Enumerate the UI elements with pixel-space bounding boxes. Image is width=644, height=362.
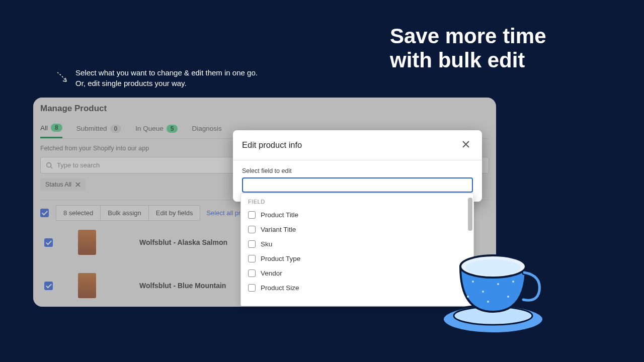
option-label: Vendor	[261, 269, 282, 277]
option-label: Sku	[261, 240, 272, 248]
edit-by-fields-button[interactable]: Edit by fields	[149, 205, 201, 221]
bulk-assign-button[interactable]: Bulk assign	[101, 205, 148, 221]
checkbox-icon	[248, 226, 256, 233]
tab-label: Submitted	[76, 125, 107, 132]
field-select-input[interactable]	[242, 177, 473, 193]
chip-label: Status All	[45, 181, 71, 188]
tab-in-queue[interactable]: In Queue 5	[135, 120, 178, 138]
field-option-product-title[interactable]: Product Title	[241, 208, 473, 222]
option-label: Product Title	[261, 211, 298, 219]
product-thumbnail	[78, 230, 96, 255]
svg-point-6	[472, 281, 474, 283]
close-icon[interactable]	[75, 182, 80, 187]
tab-label: In Queue	[135, 125, 164, 132]
tab-submitted[interactable]: Submitted 0	[76, 120, 121, 138]
callout-line-1: Select what you want to change & edit th…	[75, 67, 258, 78]
option-label: Variant Title	[261, 226, 296, 233]
search-icon	[46, 162, 53, 169]
field-group-header: FIELD	[241, 194, 473, 208]
search-placeholder: Type to search	[57, 161, 100, 169]
callout: Select what you want to change & edit th…	[55, 67, 258, 88]
svg-point-12	[512, 281, 514, 283]
svg-point-5	[465, 259, 521, 276]
page-title: Manage Product	[40, 104, 489, 114]
selected-count: 8 selected	[56, 205, 101, 221]
product-title: Wolfsblut - Blue Mountain	[139, 282, 226, 290]
svg-point-11	[467, 296, 469, 298]
svg-point-7	[482, 291, 484, 293]
tab-label: Diagnosis	[192, 125, 221, 132]
checkbox-icon	[248, 269, 256, 277]
checkbox-icon	[248, 211, 256, 219]
svg-point-10	[487, 301, 489, 303]
close-button[interactable]	[459, 138, 473, 152]
filter-chip-status[interactable]: Status All	[40, 178, 86, 191]
tab-label: All	[40, 124, 48, 132]
hero-headline: Save more time with bulk edit	[390, 24, 614, 73]
edit-product-modal: Edit product info Select field to edit	[233, 130, 482, 202]
field-select-label: Select field to edit	[242, 167, 473, 174]
callout-text: Select what you want to change & edit th…	[75, 67, 258, 88]
tab-badge: 0	[110, 125, 122, 133]
svg-point-9	[507, 296, 509, 298]
modal-title: Edit product info	[242, 140, 302, 150]
close-icon	[462, 140, 470, 148]
hero-line-2: with bulk edit	[390, 48, 614, 72]
checkbox-icon	[248, 240, 256, 248]
checkbox-icon	[248, 255, 256, 262]
checkbox-icon	[248, 284, 256, 292]
tab-badge: 5	[167, 125, 178, 133]
svg-point-0	[47, 162, 51, 167]
callout-line-2: Or, edit single products your way.	[75, 78, 258, 88]
tab-all[interactable]: All 8	[40, 120, 62, 138]
product-thumbnail	[78, 273, 96, 298]
teacup-illustration	[438, 226, 553, 342]
modal-header: Edit product info	[233, 130, 482, 160]
tab-badge: 8	[51, 124, 62, 132]
option-label: Product Type	[261, 255, 300, 262]
row-checkbox[interactable]	[44, 282, 53, 290]
option-label: Product Size	[261, 284, 299, 292]
select-all-checkbox[interactable]	[40, 209, 49, 217]
product-title: Wolfsblut - Alaska Salmon	[139, 238, 227, 246]
svg-point-8	[497, 283, 499, 285]
row-checkbox[interactable]	[44, 238, 53, 247]
svg-line-1	[51, 166, 53, 168]
hero-line-1: Save more time	[390, 24, 614, 48]
tab-diagnosis[interactable]: Diagnosis	[192, 120, 221, 138]
arrow-icon	[55, 69, 69, 83]
